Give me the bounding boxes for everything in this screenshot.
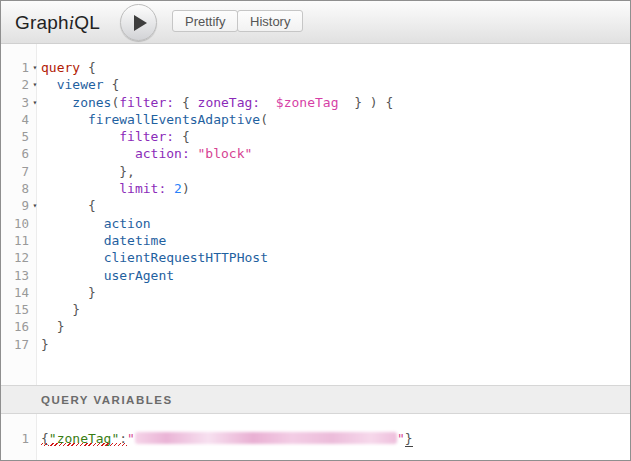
code-text: query { (41, 59, 96, 76)
line-number: 7 (1, 163, 29, 180)
fold-gutter-spacer (29, 430, 41, 447)
variables-editor[interactable]: 1{"zoneTag":""} (1, 414, 630, 460)
code-line[interactable]: 1{"zoneTag":""} (1, 430, 630, 447)
code-line[interactable]: 15 } (1, 301, 630, 318)
line-number: 15 (1, 301, 29, 318)
code-text: datetime (41, 232, 166, 249)
code-text: userAgent (41, 267, 174, 284)
fold-arrow-icon[interactable]: ▾ (29, 94, 41, 111)
code-line[interactable]: 7 }, (1, 163, 630, 180)
line-number: 14 (1, 284, 29, 301)
fold-gutter-spacer (29, 336, 41, 353)
code-line[interactable]: 2▾ viewer { (1, 76, 630, 93)
code-line[interactable]: 1▾query { (1, 59, 630, 76)
code-line[interactable]: 4 firewallEventsAdaptive( (1, 111, 630, 128)
fold-gutter-spacer (29, 249, 41, 266)
code-text: }, (41, 163, 135, 180)
line-number: 1 (1, 430, 29, 447)
line-number: 16 (1, 318, 29, 335)
code-line[interactable]: 9▾ { (1, 197, 630, 214)
line-number: 11 (1, 232, 29, 249)
fold-gutter-spacer (29, 267, 41, 284)
graphiql-logo: GraphiQL (15, 1, 100, 44)
code-line[interactable]: 5 filter: { (1, 128, 630, 145)
line-number: 2 (1, 76, 29, 93)
code-text: { (41, 197, 96, 214)
code-line[interactable]: 8 limit: 2) (1, 180, 630, 197)
play-icon (134, 15, 147, 31)
code-line[interactable]: 17} (1, 336, 630, 353)
code-line[interactable]: 13 userAgent (1, 267, 630, 284)
fold-gutter-spacer (29, 284, 41, 301)
line-number: 4 (1, 111, 29, 128)
topbar: GraphiQL Prettify History (1, 1, 630, 44)
query-code: 1▾query {2▾ viewer {3▾ zones(filter: { z… (1, 44, 630, 353)
code-text: action: "block" (41, 145, 252, 162)
query-variables-title-bar[interactable]: QUERY VARIABLES (1, 385, 630, 414)
code-text: zones(filter: { zoneTag: $zoneTag } ) { (41, 94, 393, 111)
code-text: } (41, 284, 96, 301)
code-text: action (41, 215, 151, 232)
code-text: clientRequestHTTPHost (41, 249, 268, 266)
prettify-button[interactable]: Prettify (172, 10, 238, 32)
query-editor[interactable]: 1▾query {2▾ viewer {3▾ zones(filter: { z… (1, 44, 630, 385)
line-number: 17 (1, 336, 29, 353)
variables-code: 1{"zoneTag":""} (1, 414, 630, 447)
line-number: 12 (1, 249, 29, 266)
code-text: } (41, 301, 80, 318)
code-line[interactable]: 3▾ zones(filter: { zoneTag: $zoneTag } )… (1, 94, 630, 111)
fold-gutter-spacer (29, 128, 41, 145)
line-number: 3 (1, 94, 29, 111)
line-number: 9 (1, 197, 29, 214)
line-number: 1 (1, 59, 29, 76)
fold-gutter-spacer (29, 180, 41, 197)
line-number: 8 (1, 180, 29, 197)
fold-gutter-spacer (29, 301, 41, 318)
redacted-value (135, 432, 397, 444)
code-line[interactable]: 16 } (1, 318, 630, 335)
line-number: 5 (1, 128, 29, 145)
code-text: viewer { (41, 76, 119, 93)
code-line[interactable]: 14 } (1, 284, 630, 301)
execute-query-button[interactable] (120, 4, 157, 41)
code-text: limit: 2) (41, 180, 190, 197)
code-text: firewallEventsAdaptive( (41, 111, 268, 128)
query-variables-label: QUERY VARIABLES (41, 394, 173, 406)
history-button[interactable]: History (237, 10, 303, 32)
code-text: } (41, 336, 49, 353)
line-number: 13 (1, 267, 29, 284)
graphiql-window: GraphiQL Prettify History 1▾query {2▾ vi… (0, 0, 631, 461)
fold-gutter-spacer (29, 318, 41, 335)
fold-arrow-icon[interactable]: ▾ (29, 76, 41, 93)
code-line[interactable]: 6 action: "block" (1, 145, 630, 162)
fold-arrow-icon[interactable]: ▾ (29, 197, 41, 214)
code-text: filter: { (41, 128, 190, 145)
fold-arrow-icon[interactable]: ▾ (29, 59, 41, 76)
fold-gutter-spacer (29, 111, 41, 128)
code-text: {"zoneTag":""} (41, 430, 413, 447)
fold-gutter-spacer (29, 163, 41, 180)
fold-gutter-spacer (29, 215, 41, 232)
fold-gutter-spacer (29, 232, 41, 249)
code-line[interactable]: 11 datetime (1, 232, 630, 249)
code-text: } (41, 318, 64, 335)
code-line[interactable]: 10 action (1, 215, 630, 232)
line-number: 6 (1, 145, 29, 162)
line-number: 10 (1, 215, 29, 232)
code-line[interactable]: 12 clientRequestHTTPHost (1, 249, 630, 266)
fold-gutter-spacer (29, 145, 41, 162)
